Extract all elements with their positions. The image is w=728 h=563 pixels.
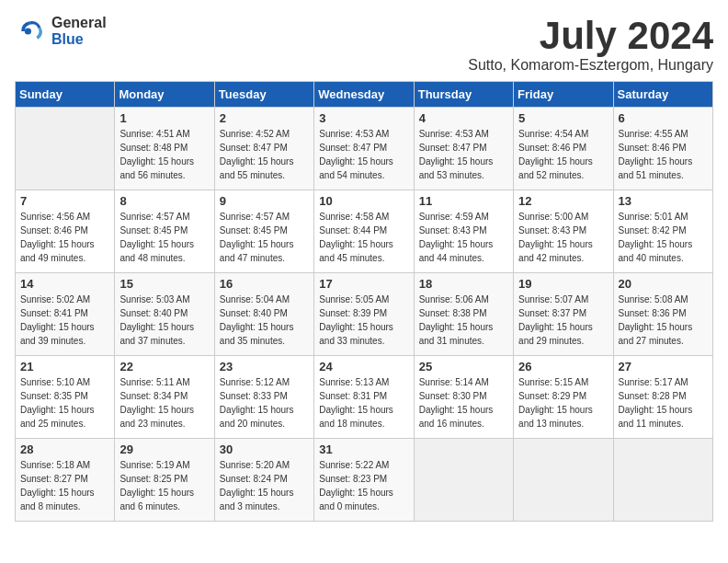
page-header: General Blue July 2024 Sutto, Komarom-Es… xyxy=(15,15,713,74)
day-number: 13 xyxy=(619,194,708,208)
day-info: Sunrise: 4:56 AMSunset: 8:46 PMDaylight:… xyxy=(20,210,109,265)
logo-icon xyxy=(15,15,48,48)
calendar-cell: 25Sunrise: 5:14 AMSunset: 8:30 PMDayligh… xyxy=(414,356,513,439)
day-info: Sunrise: 4:58 AMSunset: 8:44 PMDaylight:… xyxy=(319,210,408,265)
calendar-cell: 20Sunrise: 5:08 AMSunset: 8:36 PMDayligh… xyxy=(613,273,712,356)
day-number: 16 xyxy=(220,277,309,291)
calendar-cell: 14Sunrise: 5:02 AMSunset: 8:41 PMDayligh… xyxy=(16,273,115,356)
day-info: Sunrise: 5:07 AMSunset: 8:37 PMDaylight:… xyxy=(518,293,608,348)
day-number: 2 xyxy=(220,111,309,125)
calendar-cell: 26Sunrise: 5:15 AMSunset: 8:29 PMDayligh… xyxy=(514,356,613,439)
day-info: Sunrise: 5:11 AMSunset: 8:34 PMDaylight:… xyxy=(119,375,209,431)
day-number: 10 xyxy=(319,194,408,208)
day-number: 14 xyxy=(20,277,109,291)
header-saturday: Saturday xyxy=(613,82,712,108)
header-tuesday: Tuesday xyxy=(214,82,313,108)
day-info: Sunrise: 5:02 AMSunset: 8:41 PMDaylight:… xyxy=(20,293,109,348)
header-monday: Monday xyxy=(115,82,214,108)
calendar-cell: 19Sunrise: 5:07 AMSunset: 8:37 PMDayligh… xyxy=(514,273,613,356)
day-info: Sunrise: 5:00 AMSunset: 8:43 PMDaylight:… xyxy=(518,210,608,265)
calendar-cell xyxy=(16,108,115,190)
day-info: Sunrise: 5:04 AMSunset: 8:40 PMDaylight:… xyxy=(220,293,309,348)
day-number: 5 xyxy=(518,111,608,125)
day-info: Sunrise: 5:18 AMSunset: 8:27 PMDaylight:… xyxy=(20,458,109,513)
day-number: 24 xyxy=(319,360,408,373)
calendar-table: SundayMondayTuesdayWednesdayThursdayFrid… xyxy=(15,81,713,522)
day-info: Sunrise: 5:20 AMSunset: 8:24 PMDaylight:… xyxy=(220,458,309,513)
day-number: 23 xyxy=(220,360,309,373)
day-number: 15 xyxy=(119,277,209,291)
day-number: 1 xyxy=(119,111,209,125)
calendar-row-1: 7Sunrise: 4:56 AMSunset: 8:46 PMDaylight… xyxy=(16,190,713,273)
location-title: Sutto, Komarom-Esztergom, Hungary xyxy=(468,57,713,74)
day-number: 31 xyxy=(319,442,408,456)
day-info: Sunrise: 5:01 AMSunset: 8:42 PMDaylight:… xyxy=(619,210,708,265)
day-info: Sunrise: 4:53 AMSunset: 8:47 PMDaylight:… xyxy=(419,127,508,182)
day-number: 18 xyxy=(419,277,508,291)
day-number: 27 xyxy=(619,360,708,373)
logo-general: General xyxy=(51,15,107,31)
day-number: 12 xyxy=(518,194,608,208)
day-number: 7 xyxy=(20,194,109,208)
header-friday: Friday xyxy=(514,82,613,108)
day-number: 28 xyxy=(20,442,109,456)
day-number: 21 xyxy=(20,360,109,373)
calendar-row-3: 21Sunrise: 5:10 AMSunset: 8:35 PMDayligh… xyxy=(16,356,713,439)
day-number: 29 xyxy=(119,442,209,456)
calendar-row-0: 1Sunrise: 4:51 AMSunset: 8:48 PMDaylight… xyxy=(16,108,713,190)
calendar-cell: 7Sunrise: 4:56 AMSunset: 8:46 PMDaylight… xyxy=(16,190,115,273)
calendar-cell: 11Sunrise: 4:59 AMSunset: 8:43 PMDayligh… xyxy=(414,190,513,273)
calendar-cell xyxy=(414,439,513,522)
calendar-cell xyxy=(514,439,613,522)
calendar-cell: 17Sunrise: 5:05 AMSunset: 8:39 PMDayligh… xyxy=(314,273,414,356)
day-number: 6 xyxy=(619,111,708,125)
calendar-cell: 29Sunrise: 5:19 AMSunset: 8:25 PMDayligh… xyxy=(115,439,214,522)
logo-blue: Blue xyxy=(51,31,107,48)
calendar-cell: 28Sunrise: 5:18 AMSunset: 8:27 PMDayligh… xyxy=(16,439,115,522)
day-info: Sunrise: 5:15 AMSunset: 8:29 PMDaylight:… xyxy=(518,375,608,431)
calendar-cell: 23Sunrise: 5:12 AMSunset: 8:33 PMDayligh… xyxy=(214,356,313,439)
calendar-cell: 1Sunrise: 4:51 AMSunset: 8:48 PMDaylight… xyxy=(115,108,214,190)
header-wednesday: Wednesday xyxy=(314,82,414,108)
day-number: 3 xyxy=(319,111,408,125)
header-sunday: Sunday xyxy=(16,82,115,108)
header-thursday: Thursday xyxy=(414,82,513,108)
day-info: Sunrise: 4:54 AMSunset: 8:46 PMDaylight:… xyxy=(518,127,608,182)
day-number: 26 xyxy=(518,360,608,373)
day-info: Sunrise: 4:51 AMSunset: 8:48 PMDaylight:… xyxy=(119,127,209,182)
day-info: Sunrise: 4:57 AMSunset: 8:45 PMDaylight:… xyxy=(119,210,209,265)
calendar-cell: 30Sunrise: 5:20 AMSunset: 8:24 PMDayligh… xyxy=(214,439,313,522)
day-number: 22 xyxy=(119,360,209,373)
calendar-cell: 18Sunrise: 5:06 AMSunset: 8:38 PMDayligh… xyxy=(414,273,513,356)
day-number: 9 xyxy=(220,194,309,208)
calendar-cell: 27Sunrise: 5:17 AMSunset: 8:28 PMDayligh… xyxy=(613,356,712,439)
day-number: 4 xyxy=(419,111,508,125)
calendar-cell: 6Sunrise: 4:55 AMSunset: 8:46 PMDaylight… xyxy=(613,108,712,190)
day-info: Sunrise: 5:08 AMSunset: 8:36 PMDaylight:… xyxy=(619,293,708,348)
logo: General Blue xyxy=(15,15,107,48)
title-section: July 2024 Sutto, Komarom-Esztergom, Hung… xyxy=(468,15,713,74)
month-title: July 2024 xyxy=(468,15,713,57)
calendar-cell: 8Sunrise: 4:57 AMSunset: 8:45 PMDaylight… xyxy=(115,190,214,273)
svg-point-0 xyxy=(25,28,31,34)
day-info: Sunrise: 5:22 AMSunset: 8:23 PMDaylight:… xyxy=(319,458,408,513)
day-info: Sunrise: 5:03 AMSunset: 8:40 PMDaylight:… xyxy=(119,293,209,348)
day-info: Sunrise: 5:13 AMSunset: 8:31 PMDaylight:… xyxy=(319,375,408,431)
day-info: Sunrise: 5:05 AMSunset: 8:39 PMDaylight:… xyxy=(319,293,408,348)
logo-text: General Blue xyxy=(51,15,107,47)
calendar-cell: 10Sunrise: 4:58 AMSunset: 8:44 PMDayligh… xyxy=(314,190,414,273)
day-number: 30 xyxy=(220,442,309,456)
day-info: Sunrise: 4:52 AMSunset: 8:47 PMDaylight:… xyxy=(220,127,309,182)
day-number: 8 xyxy=(119,194,209,208)
day-number: 17 xyxy=(319,277,408,291)
calendar-cell: 13Sunrise: 5:01 AMSunset: 8:42 PMDayligh… xyxy=(613,190,712,273)
calendar-cell: 15Sunrise: 5:03 AMSunset: 8:40 PMDayligh… xyxy=(115,273,214,356)
day-number: 20 xyxy=(619,277,708,291)
day-info: Sunrise: 5:12 AMSunset: 8:33 PMDaylight:… xyxy=(220,375,309,431)
calendar-cell: 21Sunrise: 5:10 AMSunset: 8:35 PMDayligh… xyxy=(16,356,115,439)
calendar-cell: 24Sunrise: 5:13 AMSunset: 8:31 PMDayligh… xyxy=(314,356,414,439)
calendar-row-4: 28Sunrise: 5:18 AMSunset: 8:27 PMDayligh… xyxy=(16,439,713,522)
day-info: Sunrise: 4:59 AMSunset: 8:43 PMDaylight:… xyxy=(419,210,508,265)
day-info: Sunrise: 5:14 AMSunset: 8:30 PMDaylight:… xyxy=(419,375,508,431)
calendar-cell: 9Sunrise: 4:57 AMSunset: 8:45 PMDaylight… xyxy=(214,190,313,273)
